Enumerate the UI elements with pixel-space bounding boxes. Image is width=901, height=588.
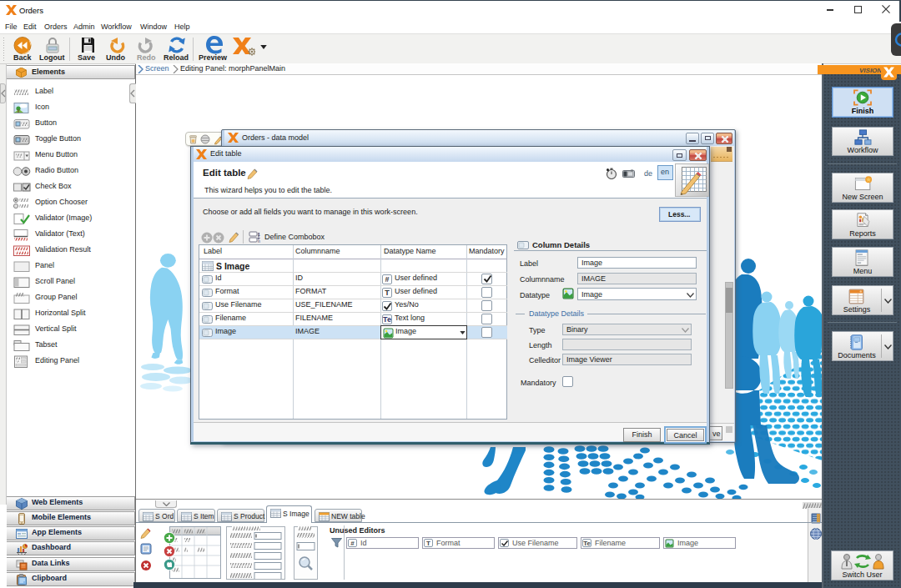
svg-text:n: n (258, 239, 260, 244)
svg-text:1: 1 (258, 232, 260, 237)
